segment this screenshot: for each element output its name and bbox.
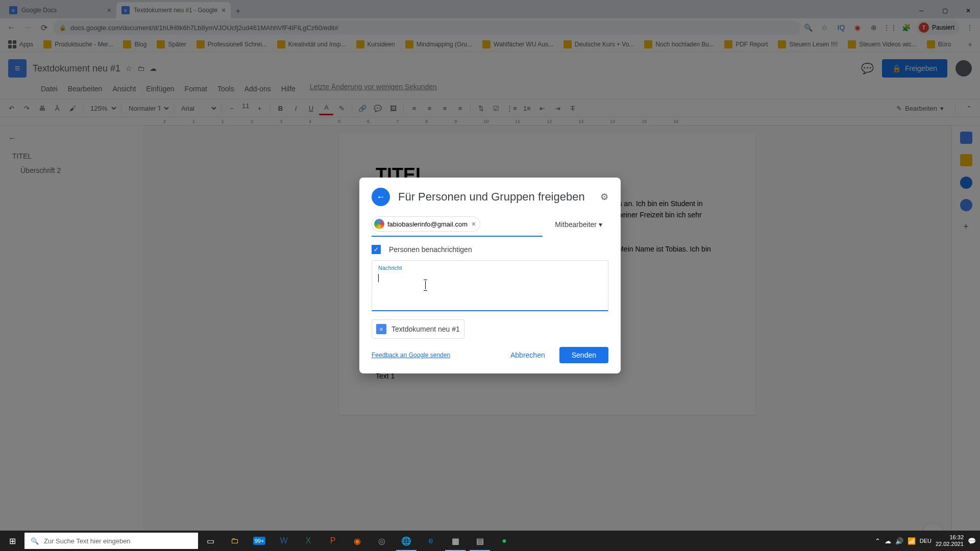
app-icon[interactable]: ▦: [443, 531, 468, 551]
onedrive-icon[interactable]: ☁: [885, 537, 891, 545]
notify-checkbox[interactable]: ✓: [372, 245, 381, 254]
word-icon[interactable]: W: [272, 531, 296, 551]
message-field[interactable]: Nachricht: [372, 260, 608, 311]
remove-chip-button[interactable]: ×: [472, 220, 476, 228]
attachment-name: Textdokument neu #1: [391, 325, 460, 333]
notify-label: Personen benachrichtigen: [389, 245, 472, 254]
docs-icon: ≡: [376, 324, 386, 334]
search-icon: 🔍: [31, 537, 39, 545]
cancel-button[interactable]: Abbrechen: [502, 347, 553, 363]
tray-chevron[interactable]: ⌃: [875, 537, 880, 545]
task-view-button[interactable]: ▭: [198, 531, 223, 551]
powerpoint-icon[interactable]: P: [321, 531, 345, 551]
app-icon[interactable]: ◉: [345, 531, 370, 551]
role-select[interactable]: Mitbearbeiter ▾: [549, 216, 608, 233]
obs-icon[interactable]: ◎: [370, 531, 394, 551]
taskbar-search[interactable]: 🔍 Zur Suche Text hier eingeben: [24, 533, 198, 549]
time-text: 16:32: [936, 534, 964, 541]
edge-icon[interactable]: e: [419, 531, 443, 551]
recipient-field[interactable]: fabiobaslerinfo@gmail.com ×: [372, 216, 543, 237]
chevron-down-icon: ▾: [599, 220, 602, 229]
modal-back-button[interactable]: ←: [372, 188, 390, 206]
recipient-chip: fabiobaslerinfo@gmail.com ×: [372, 216, 480, 232]
excel-icon[interactable]: X: [296, 531, 321, 551]
modal-overlay[interactable]: ← Für Personen und Gruppen freigeben ⚙ f…: [0, 0, 980, 551]
text-cursor: [378, 274, 379, 282]
wifi-icon[interactable]: 📶: [908, 537, 916, 545]
clock[interactable]: 16:32 22.02.2021: [936, 534, 964, 547]
spotify-icon[interactable]: ●: [492, 531, 517, 551]
chrome-icon[interactable]: 🌐: [394, 531, 419, 551]
notif-badge: 99+: [253, 537, 266, 545]
gear-icon[interactable]: ⚙: [600, 191, 608, 203]
recipient-email: fabiobaslerinfo@gmail.com: [387, 220, 468, 228]
attachment-chip: ≡ Textdokument neu #1: [372, 319, 464, 339]
modal-title: Für Personen und Gruppen freigeben: [398, 190, 592, 204]
search-placeholder: Zur Suche Text hier eingeben: [44, 537, 131, 545]
message-label: Nachricht: [378, 265, 602, 271]
taskbar: ⊞ 🔍 Zur Suche Text hier eingeben ▭ 🗀 99+…: [0, 531, 980, 551]
date-text: 22.02.2021: [936, 541, 964, 547]
role-label: Mitbearbeiter: [555, 220, 597, 229]
notifications-icon[interactable]: 💬: [968, 537, 976, 545]
language-indicator[interactable]: DEU: [920, 538, 932, 544]
start-button[interactable]: ⊞: [0, 531, 24, 551]
volume-icon[interactable]: 🔊: [895, 537, 903, 545]
share-modal: ← Für Personen und Gruppen freigeben ⚙ f…: [359, 178, 621, 373]
send-button[interactable]: Senden: [559, 347, 608, 363]
text-caret-icon: [425, 281, 426, 289]
message-input[interactable]: [378, 272, 602, 280]
app-icon[interactable]: ▤: [468, 531, 492, 551]
mail-icon[interactable]: 99+: [247, 531, 272, 551]
avatar-icon: [374, 219, 384, 229]
feedback-link[interactable]: Feedback an Google senden: [372, 352, 450, 359]
explorer-icon[interactable]: 🗀: [223, 531, 247, 551]
